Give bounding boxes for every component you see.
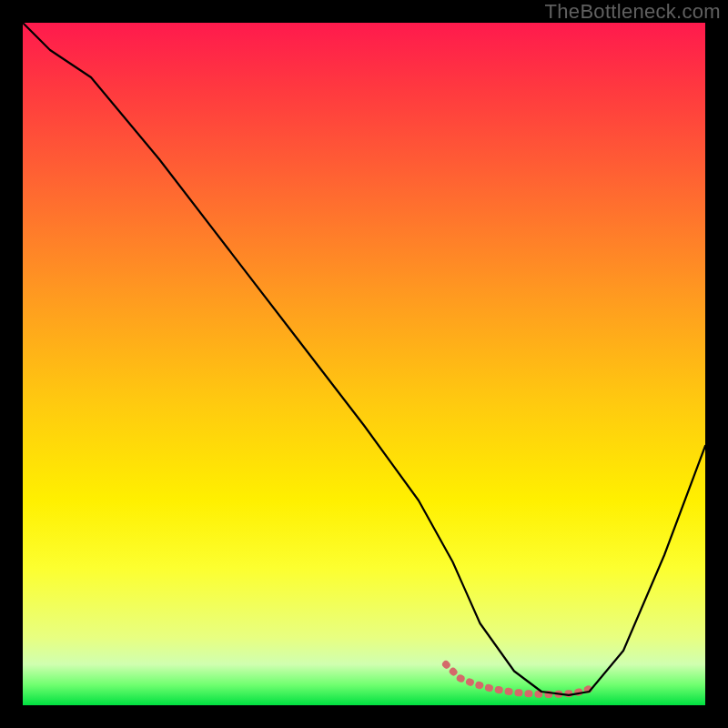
- chart-svg: [23, 23, 705, 705]
- chart-frame: TheBottleneck.com: [0, 0, 728, 728]
- watermark-text: TheBottleneck.com: [545, 0, 721, 24]
- highlight-band-path: [446, 664, 596, 694]
- plot-area: [23, 23, 705, 705]
- bottleneck-curve-path: [23, 23, 705, 695]
